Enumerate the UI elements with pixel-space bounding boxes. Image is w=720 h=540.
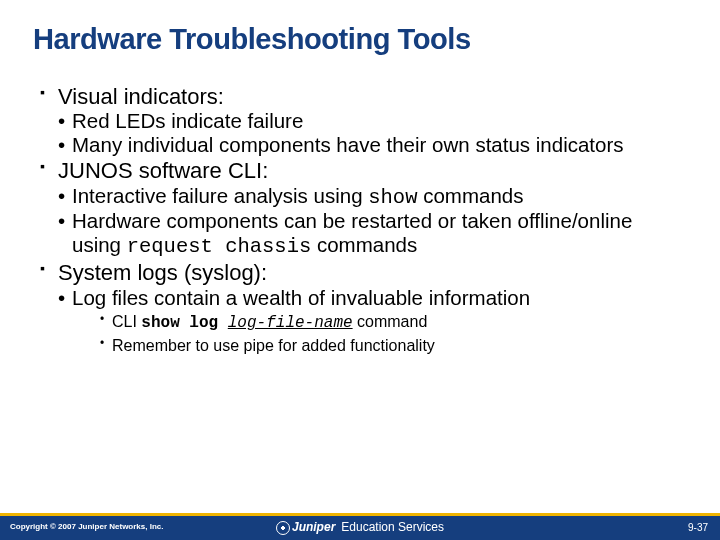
bullet-red-leds: Red LEDs indicate failure — [58, 109, 680, 133]
slide-body: Visual indicators: Red LEDs indicate fai… — [0, 56, 720, 355]
text: command — [353, 313, 428, 330]
bullet-syslog: System logs (syslog): — [40, 260, 680, 285]
bullet-log-files: Log files contain a wealth of invaluable… — [58, 286, 680, 310]
code-show: show — [368, 186, 417, 209]
bullet-component-status: Many individual components have their ow… — [58, 133, 680, 157]
code-log-file-name: log-file-name — [228, 314, 353, 332]
bullet-show-commands: Interactive failure analysis using show … — [58, 184, 680, 210]
text: commands — [311, 233, 417, 256]
page-number: 9-37 — [688, 522, 708, 533]
text: CLI — [112, 313, 141, 330]
slide-footer: Copyright © 2007 Juniper Networks, Inc. … — [0, 500, 720, 540]
brand-name: Juniper — [292, 520, 335, 534]
bullet-pipe: Remember to use pipe for added functiona… — [100, 337, 680, 355]
code-request-chassis: request chassis — [127, 235, 312, 258]
footer-bar: Copyright © 2007 Juniper Networks, Inc. … — [0, 516, 720, 540]
code-show-log: show log — [141, 314, 227, 332]
footer-center: JuniperEducation Services — [0, 520, 720, 535]
text: Interactive failure analysis using — [72, 184, 368, 207]
slide-title: Hardware Troubleshooting Tools — [0, 0, 698, 56]
slide: Hardware Troubleshooting Tools Visual in… — [0, 0, 720, 540]
juniper-logo-icon — [276, 521, 290, 535]
bullet-show-log-cmd: CLI show log log-file-name command — [100, 313, 680, 332]
text: commands — [417, 184, 523, 207]
bullet-visual-indicators: Visual indicators: — [40, 84, 680, 109]
bullet-request-chassis: Hardware components can be restarted or … — [58, 209, 680, 258]
service-name: Education Services — [341, 520, 444, 534]
bullet-junos-cli: JUNOS software CLI: — [40, 158, 680, 183]
